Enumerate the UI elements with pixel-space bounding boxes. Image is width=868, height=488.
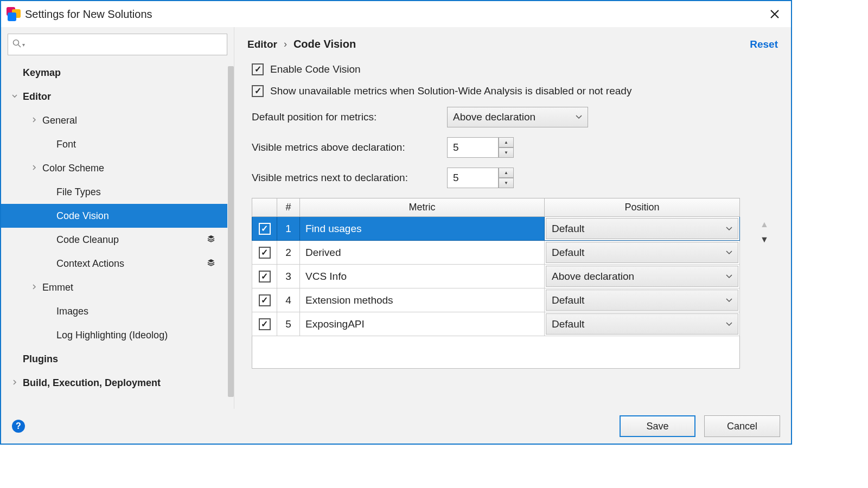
svg-point-0 — [14, 40, 19, 45]
sidebar-scrollbar[interactable] — [228, 66, 234, 397]
row-enabled-checkbox[interactable] — [259, 247, 271, 259]
table-row[interactable]: 3VCS InfoAbove declaration — [252, 265, 740, 288]
sidebar-item-label: Keymap — [23, 67, 227, 79]
show-unavailable-label: Show unavailable metrics when Solution-W… — [270, 85, 631, 97]
move-up-button[interactable]: ▲ — [760, 220, 769, 229]
app-icon — [7, 7, 21, 21]
row-index: 3 — [277, 265, 300, 288]
sidebar-item-file-types[interactable]: File Types — [1, 180, 227, 204]
chevron-down-icon — [726, 273, 732, 280]
cancel-button[interactable]: Cancel — [704, 415, 780, 437]
sidebar-item-label: File Types — [56, 187, 227, 198]
search-box[interactable]: ▾ — [8, 34, 227, 55]
layers-icon — [207, 234, 215, 246]
breadcrumb-parent[interactable]: Editor — [247, 38, 277, 50]
close-icon[interactable] — [764, 3, 786, 25]
sidebar-item-general[interactable]: General — [1, 108, 227, 132]
chevron-down-icon — [726, 297, 732, 304]
row-position-select[interactable]: Above declaration — [546, 266, 738, 287]
visible-above-input[interactable]: 5 — [447, 137, 499, 158]
row-enabled-checkbox[interactable] — [259, 318, 271, 330]
col-metric[interactable]: Metric — [300, 198, 545, 217]
sidebar-item-label: Plugins — [23, 354, 227, 365]
sidebar-item-label: Color Scheme — [42, 163, 227, 174]
row-enabled-checkbox[interactable] — [259, 294, 271, 306]
show-unavailable-checkbox[interactable] — [252, 85, 264, 97]
sidebar-item-label: Editor — [23, 91, 227, 102]
enable-code-vision-checkbox[interactable] — [252, 63, 264, 75]
sidebar-item-label: Emmet — [42, 282, 227, 293]
table-row[interactable]: 5ExposingAPIDefault — [252, 312, 740, 336]
sidebar-item-font[interactable]: Font — [1, 132, 227, 156]
sidebar-item-images[interactable]: Images — [1, 299, 227, 323]
search-dropdown-icon[interactable]: ▾ — [22, 42, 25, 48]
sidebar-item-color-scheme[interactable]: Color Scheme — [1, 156, 227, 180]
sidebar-item-build-execution-deployment[interactable]: Build, Execution, Deployment — [1, 371, 227, 395]
visible-next-input[interactable]: 5 — [447, 168, 499, 188]
row-position-select[interactable]: Default — [546, 242, 738, 263]
layers-icon — [207, 258, 215, 269]
sidebar-item-code-cleanup[interactable]: Code Cleanup — [1, 228, 227, 252]
enable-code-vision-row[interactable]: Enable Code Vision — [252, 63, 778, 75]
row-metric: Derived — [300, 241, 545, 265]
show-unavailable-row[interactable]: Show unavailable metrics when Solution-W… — [252, 85, 778, 97]
settings-window: Settings for New Solutions ▾ KeymapEdito… — [0, 0, 792, 445]
svg-line-1 — [18, 44, 21, 47]
visible-next-down[interactable]: ▼ — [499, 178, 514, 188]
sidebar-item-emmet[interactable]: Emmet — [1, 275, 227, 299]
default-position-select[interactable]: Above declaration — [447, 107, 588, 127]
search-input[interactable] — [28, 40, 222, 49]
sidebar-item-editor[interactable]: Editor — [1, 85, 227, 108]
sidebar-item-label: Build, Execution, Deployment — [23, 377, 227, 389]
row-position-select[interactable]: Default — [546, 290, 738, 311]
settings-tree: KeymapEditorGeneralFontColor SchemeFile … — [1, 61, 234, 409]
chevron-icon — [31, 164, 42, 172]
reset-link[interactable]: Reset — [750, 38, 778, 50]
sidebar-item-label: Log Highlighting (Ideolog) — [56, 330, 227, 341]
row-enabled-checkbox[interactable] — [259, 271, 271, 282]
sidebar-item-label: Code Vision — [56, 210, 227, 222]
row-position-select[interactable]: Default — [546, 313, 738, 335]
table-row[interactable]: 2DerivedDefault — [252, 241, 740, 265]
sidebar-item-keymap[interactable]: Keymap — [1, 61, 227, 85]
visible-next-up[interactable]: ▲ — [499, 168, 514, 178]
row-metric: VCS Info — [300, 265, 545, 288]
sidebar-item-plugins[interactable]: Plugins — [1, 347, 227, 371]
chevron-icon — [12, 93, 23, 100]
chevron-right-icon: › — [284, 38, 287, 50]
sidebar-item-label: Images — [56, 306, 227, 317]
sidebar-item-context-actions[interactable]: Context Actions — [1, 252, 227, 275]
sidebar-item-code-vision[interactable]: Code Vision — [1, 204, 227, 228]
chevron-icon — [31, 284, 42, 291]
col-num[interactable]: # — [277, 198, 300, 217]
visible-above-up[interactable]: ▲ — [499, 137, 514, 147]
search-icon — [12, 39, 21, 50]
save-button[interactable]: Save — [620, 415, 695, 437]
row-enabled-checkbox[interactable] — [259, 223, 271, 235]
table-row[interactable]: 4Extension methodsDefault — [252, 288, 740, 312]
enable-code-vision-label: Enable Code Vision — [270, 63, 361, 75]
row-metric: Extension methods — [300, 288, 545, 312]
visible-next-label: Visible metrics next to declaration: — [252, 172, 447, 184]
row-index: 4 — [277, 288, 300, 312]
row-index: 1 — [277, 217, 300, 241]
visible-above-down[interactable]: ▼ — [499, 147, 514, 158]
chevron-down-icon — [726, 225, 732, 233]
chevron-icon — [31, 117, 42, 124]
col-position[interactable]: Position — [545, 198, 740, 217]
help-icon[interactable]: ? — [12, 420, 25, 433]
metrics-table: # Metric Position 1Find usagesDefault2De… — [252, 198, 740, 336]
chevron-down-icon — [576, 113, 582, 121]
titlebar: Settings for New Solutions — [1, 1, 791, 27]
sidebar-item-log-highlighting-ideolog-[interactable]: Log Highlighting (Ideolog) — [1, 323, 227, 347]
row-index: 5 — [277, 312, 300, 336]
sidebar: ▾ KeymapEditorGeneralFontColor SchemeFil… — [1, 27, 234, 409]
col-enabled[interactable] — [252, 198, 277, 217]
move-down-button[interactable]: ▼ — [760, 235, 769, 245]
sidebar-item-label: Font — [56, 139, 227, 150]
breadcrumb: Editor › Code Vision Reset — [247, 38, 778, 50]
table-row[interactable]: 1Find usagesDefault — [252, 217, 740, 241]
row-position-select[interactable]: Default — [546, 218, 738, 239]
row-metric: Find usages — [300, 217, 545, 241]
chevron-down-icon — [726, 249, 732, 256]
